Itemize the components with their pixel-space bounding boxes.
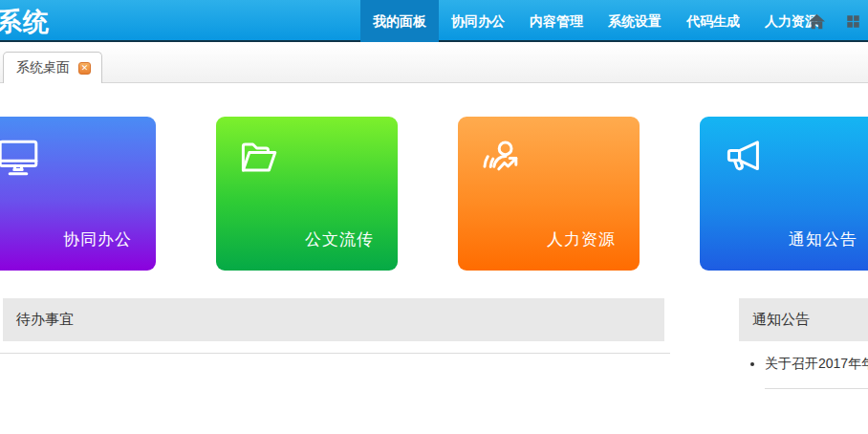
- grid-icon[interactable]: [846, 14, 860, 29]
- tab-system-desktop[interactable]: 系统桌面: [3, 52, 102, 83]
- tile-collaboration[interactable]: 协同办公: [0, 117, 156, 271]
- tile-hr[interactable]: 人力资源: [458, 117, 640, 271]
- megaphone-icon: [721, 135, 767, 181]
- nav-item-content-mgmt[interactable]: 内容管理: [517, 0, 596, 42]
- tab-bar: 系统桌面: [0, 44, 868, 83]
- person-growth-icon: [479, 135, 525, 181]
- tile-label: 协同办公: [63, 228, 132, 250]
- todo-panel-divider: [0, 353, 670, 354]
- todo-panel: 待办事宜: [3, 298, 664, 341]
- header-icon-group: [808, 0, 860, 42]
- open-folder-icon: [237, 135, 283, 181]
- app-title: 系统: [0, 5, 50, 39]
- notice-panel: 通知公告 关于召开2017年年: [739, 298, 868, 389]
- tile-label: 人力资源: [547, 228, 616, 250]
- close-icon[interactable]: [78, 62, 91, 75]
- nav-item-my-dashboard[interactable]: 我的面板: [360, 0, 439, 42]
- todo-panel-title: 待办事宜: [3, 298, 664, 341]
- nav-item-collaboration[interactable]: 协同办公: [439, 0, 517, 42]
- tile-label: 通知公告: [789, 228, 857, 250]
- nav-item-code-gen[interactable]: 代码生成: [674, 0, 752, 42]
- monitor-icon: [0, 135, 41, 181]
- tile-notices[interactable]: 通知公告: [700, 117, 868, 271]
- top-header: 系统 我的面板 协同办公 内容管理 系统设置 代码生成 人力资源: [0, 0, 868, 42]
- tab-label: 系统桌面: [16, 59, 70, 76]
- tile-label: 公文流传: [305, 228, 374, 250]
- notice-panel-title: 通知公告: [739, 298, 868, 341]
- main-nav: 我的面板 协同办公 内容管理 系统设置 代码生成 人力资源: [360, 0, 831, 42]
- tile-document-flow[interactable]: 公文流传: [216, 117, 398, 271]
- nav-item-system-settings[interactable]: 系统设置: [596, 0, 674, 42]
- dashboard-page: 系统 我的面板 协同办公 内容管理 系统设置 代码生成 人力资源 系统桌面: [0, 0, 868, 434]
- home-icon[interactable]: [808, 13, 826, 30]
- notice-list: 关于召开2017年年: [739, 354, 868, 389]
- notice-list-item[interactable]: 关于召开2017年年: [765, 354, 868, 389]
